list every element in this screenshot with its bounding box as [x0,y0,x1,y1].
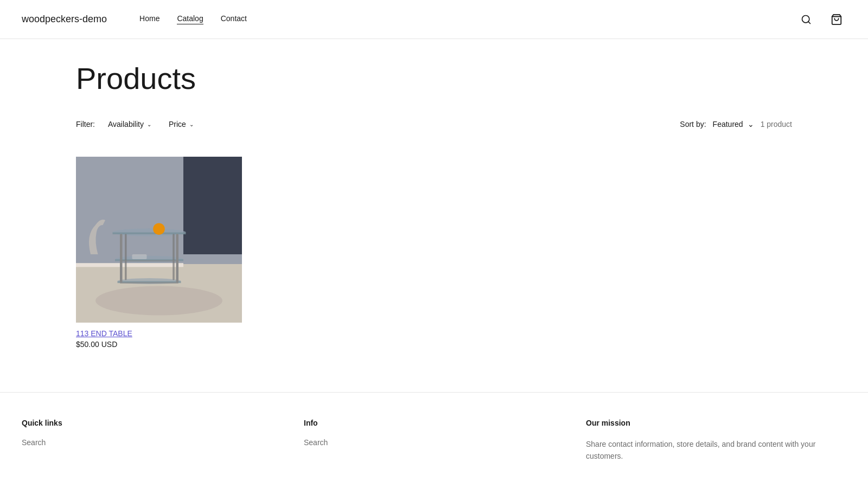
svg-point-8 [95,286,222,316]
main-content: Products Filter: Availability ⌄ Price ⌄ … [54,39,814,392]
site-footer: Quick links Search Info Search Our missi… [0,392,868,484]
sort-value: Featured [713,120,743,129]
availability-filter[interactable]: Availability ⌄ [104,118,156,131]
sort-select[interactable]: Featured ⌄ [713,120,754,129]
footer-info: Info Search [304,419,564,463]
svg-point-11 [153,223,165,235]
svg-line-1 [808,21,810,23]
svg-rect-22 [132,254,147,259]
main-nav: Home Catalog Contact [139,14,796,24]
sort-controls: Sort by: Featured ⌄ 1 product [680,120,792,129]
footer-mission-title: Our mission [586,419,846,427]
svg-rect-18 [125,234,127,280]
product-card[interactable]: 113 END TABLE $50.00 USD [76,157,242,349]
footer-info-search[interactable]: Search [304,438,564,447]
footer-mission-text: Share contact information, store details… [586,438,846,463]
chevron-down-icon: ⌄ [147,121,151,127]
filter-controls: Filter: Availability ⌄ Price ⌄ [76,118,198,131]
footer-quick-links-search[interactable]: Search [22,438,282,447]
filter-label: Filter: [76,120,95,129]
site-header: woodpeckers-demo Home Catalog Contact [0,0,868,39]
nav-contact[interactable]: Contact [221,14,247,24]
cart-icon [831,14,843,25]
svg-rect-19 [173,234,175,280]
chevron-down-icon: ⌄ [189,121,194,127]
svg-rect-20 [120,260,178,262]
search-button[interactable] [796,10,816,29]
price-filter[interactable]: Price ⌄ [164,118,198,131]
site-logo[interactable]: woodpeckers-demo [22,14,107,25]
product-image-wrap [76,157,242,323]
nav-catalog[interactable]: Catalog [177,14,203,24]
footer-info-title: Info [304,419,564,427]
svg-rect-21 [120,282,178,284]
price-label: Price [169,120,186,129]
product-count: 1 product [761,120,792,129]
sort-label: Sort by: [680,120,706,129]
product-grid: 113 END TABLE $50.00 USD [76,157,792,349]
svg-rect-16 [120,234,123,282]
chevron-down-icon: ⌄ [748,120,754,129]
footer-quick-links: Quick links Search [22,419,282,463]
svg-rect-7 [76,263,183,267]
header-actions [796,10,846,29]
search-icon [801,14,812,25]
cart-button[interactable] [827,10,846,29]
filter-bar: Filter: Availability ⌄ Price ⌄ Sort by: … [76,118,792,139]
footer-quick-links-title: Quick links [22,419,282,427]
svg-rect-17 [176,234,179,282]
product-image [76,157,242,323]
page-title: Products [76,61,792,96]
product-price: $50.00 USD [76,340,242,349]
product-title[interactable]: 113 END TABLE [76,329,242,338]
svg-rect-10 [113,233,186,235]
svg-rect-5 [183,157,242,254]
nav-home[interactable]: Home [139,14,159,24]
footer-mission: Our mission Share contact information, s… [586,419,846,463]
availability-label: Availability [108,120,144,129]
